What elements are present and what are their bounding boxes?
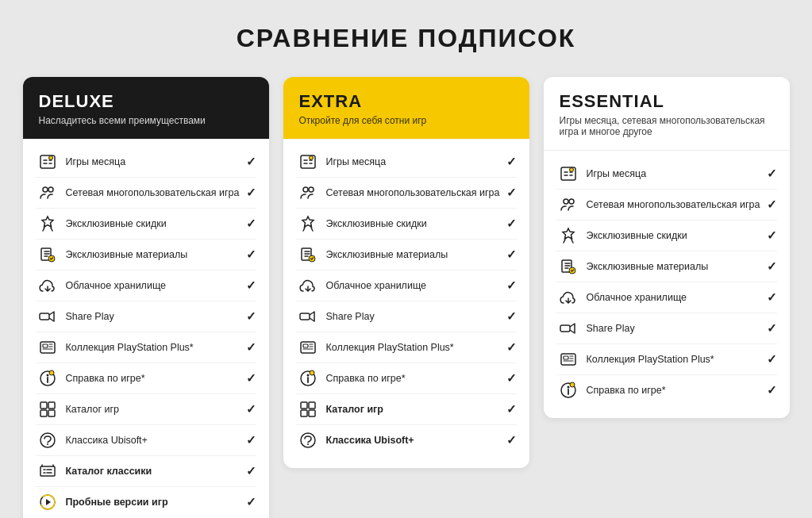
feature-check: ✓ [506,278,517,293]
card-deluxe: DELUXEНасладитесь всеми преимуществами И… [23,77,269,518]
svg-point-32 [310,370,314,375]
svg-point-49 [567,386,569,389]
feature-label: Сетевая многопользовательская игра [587,198,762,211]
feature-check: ✓ [246,371,256,386]
feature-check: ✓ [767,228,777,243]
card-subtitle-extra: Откройте для себя сотни игр [299,115,514,126]
feature-label: Классика Ubisoft+ [326,434,502,447]
feature-check: ✓ [506,340,517,355]
svg-rect-14 [40,410,47,416]
feature-check: ✓ [246,495,256,509]
svg-point-40 [569,168,573,172]
svg-rect-34 [309,402,315,409]
svg-point-11 [49,370,54,375]
feature-check: ✓ [246,402,256,416]
feature-check: ✓ [246,464,256,478]
feature-label: Классика Ubisoft+ [66,434,241,447]
feature-check: ✓ [506,309,517,324]
feature-label: Игры месяца [326,155,502,168]
feature-label: Эксклюзивные скидки [587,229,762,242]
hints-icon [556,380,580,401]
svg-point-17 [47,443,48,445]
feature-row: Классика Ubisoft+✓ [36,425,256,456]
feature-label: Игры месяца [587,167,762,180]
feature-label: Share Play [587,322,762,335]
feature-check: ✓ [767,290,777,305]
feature-label: Справка по игре* [66,372,241,385]
svg-point-38 [307,443,309,445]
svg-rect-33 [301,402,307,409]
feature-row: Каталог классики✓ [36,456,256,487]
feature-label: Сетевая многопользовательская игра [326,186,502,199]
feature-label: Пробные версии игр [66,496,241,508]
feature-row: Коллекция PlayStation Plus*✓ [556,344,777,375]
card-title-essential: ESSENTIAL [560,91,774,112]
card-body-deluxe: Игры месяца✓ Сетевая многопользовательск… [23,139,269,518]
feature-label: Эксклюзивные материалы [326,248,502,261]
feature-label: Облачное хранилище [66,279,241,292]
hints-icon [296,368,320,389]
feature-check: ✓ [506,186,517,200]
svg-point-1 [48,156,52,160]
classics-icon [36,461,60,482]
multiplayer-icon [296,182,320,203]
materials-icon [36,244,60,265]
cards-container: DELUXEНасладитесь всеми преимуществами И… [16,77,796,518]
feature-row: Игры месяца✓ [296,147,517,178]
multiplayer-icon [36,182,60,203]
feature-label: Игры месяца [66,155,241,168]
card-title-deluxe: DELUXE [39,91,253,112]
svg-rect-45 [560,325,570,332]
feature-row: Справка по игре*✓ [556,375,777,405]
feature-row: Сетевая многопользовательская игра✓ [296,178,517,209]
svg-rect-27 [300,313,310,320]
feature-row: Справка по игре*✓ [296,363,517,394]
feature-check: ✓ [767,198,777,212]
feature-check: ✓ [246,309,256,324]
feature-label: Коллекция PlayStation Plus* [326,341,502,354]
feature-label: Эксклюзивные скидки [326,217,502,230]
feature-label: Облачное хранилище [587,291,762,304]
games-month-icon [296,152,320,172]
svg-point-50 [570,382,575,387]
feature-row: Каталог игр✓ [296,394,517,425]
games-month-icon [36,152,60,172]
feature-check: ✓ [246,340,256,355]
feature-label: Каталог игр [326,403,502,416]
svg-rect-36 [309,410,315,416]
svg-rect-12 [40,402,47,409]
feature-check: ✓ [246,247,256,262]
feature-check: ✓ [246,433,256,447]
feature-row: Эксклюзивные скидки✓ [296,209,517,240]
catalog-icon [296,399,320,420]
svg-rect-8 [43,344,48,347]
svg-point-10 [46,374,48,377]
feature-row: Справка по игре*✓ [36,363,256,394]
svg-point-22 [309,156,313,160]
svg-rect-18 [40,466,55,476]
svg-rect-29 [303,344,308,347]
feature-check: ✓ [506,155,517,169]
shareplay-icon [296,306,320,327]
card-extra: EXTRAОткройте для себя сотни игр Игры ме… [283,77,529,468]
feature-label: Справка по игре* [587,384,762,397]
discount-icon [556,225,580,246]
feature-row: Каталог игр✓ [36,394,256,425]
feature-label: Эксклюзивные скидки [66,217,241,230]
feature-row: Эксклюзивные материалы✓ [296,240,517,271]
feature-row: Коллекция PlayStation Plus*✓ [36,332,256,363]
games-month-icon [556,163,580,184]
feature-row: Игры месяца✓ [36,147,256,178]
materials-icon [556,256,580,277]
feature-row: Эксклюзивные материалы✓ [36,240,256,271]
svg-point-16 [40,433,55,447]
feature-check: ✓ [246,186,256,200]
card-essential: ESSENTIALИгры месяца, сетевая многопольз… [544,77,790,418]
svg-point-41 [564,199,568,204]
svg-point-3 [48,187,53,192]
feature-row: Share Play✓ [296,301,517,332]
card-title-extra: EXTRA [299,91,514,112]
feature-row: Share Play✓ [36,301,256,332]
svg-point-42 [569,199,574,204]
discount-icon [36,213,60,234]
